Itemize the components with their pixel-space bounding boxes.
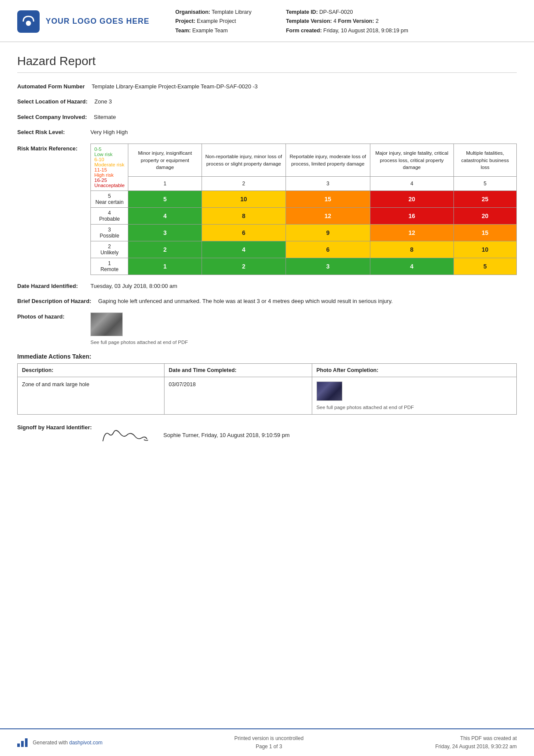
- cell-5-4: 20: [370, 191, 453, 207]
- risk-matrix-wrap: 0-5Low risk 6-10Moderate risk 11-15High …: [90, 144, 517, 275]
- legend-moderate: 6-10Moderate risk: [94, 157, 124, 167]
- bar1: [17, 744, 20, 747]
- date-hazard-label: Date Hazard Identified:: [17, 282, 90, 291]
- risk-matrix-label: Risk Matrix Reference:: [17, 144, 90, 275]
- hazard-photo-thumb: [90, 312, 123, 336]
- project-label: Project:: [175, 18, 196, 24]
- risk-matrix-row: Risk Matrix Reference: 0-5Low risk 6-10M…: [17, 144, 517, 275]
- cell-5-2: 10: [202, 191, 286, 207]
- col-header-4: Major injury, single fatality, critical …: [370, 144, 453, 177]
- template-id-value: DP-SAF-0020: [320, 9, 353, 15]
- logo-icon: [17, 10, 40, 33]
- footer-bar-icon: [17, 738, 29, 747]
- col-num-2: 2: [202, 177, 286, 191]
- actions-photo: See full page photos attached at end of …: [312, 377, 516, 415]
- action-photo-cell: See full page photos attached at end of …: [317, 381, 512, 410]
- template-version-value: 4: [333, 18, 336, 24]
- cell-3-1: 3: [128, 224, 202, 241]
- action-photo-note: See full page photos attached at end of …: [317, 405, 512, 410]
- legend-low: 0-5Low risk: [94, 147, 124, 157]
- cell-5-5: 25: [453, 191, 516, 207]
- cell-2-4: 8: [370, 241, 453, 258]
- cell-2-5: 10: [453, 241, 516, 258]
- cell-1-5: 5: [453, 258, 516, 275]
- cell-1-1: 1: [128, 258, 202, 275]
- col-header-1: Minor injury, insignificant property or …: [128, 144, 202, 177]
- report-title: Hazard Report: [17, 54, 517, 73]
- risk-level-row: Select Risk Level: Very High High: [17, 128, 517, 137]
- risk-level-value: Very High High: [90, 128, 517, 137]
- form-version-value: 2: [376, 18, 379, 24]
- signoff-label: Signoff by Hazard Identifier:: [17, 423, 99, 447]
- footer-right: This PDF was created at Friday, 24 Augus…: [435, 734, 517, 751]
- cell-1-3: 3: [286, 258, 370, 275]
- footer-center-line1: Printed version is uncontrolled: [128, 734, 410, 743]
- location-row: Select Location of Hazard: Zone 3: [17, 97, 517, 106]
- logo-area: YOUR LOGO GOES HERE: [17, 10, 149, 33]
- signoff-text: Sophie Turner, Friday, 10 August 2018, 9…: [163, 431, 289, 440]
- cell-3-3: 9: [286, 224, 370, 241]
- photos-value: See full page photos attached at end of …: [90, 312, 517, 346]
- cell-2-1: 2: [128, 241, 202, 258]
- location-label: Select Location of Hazard:: [17, 97, 94, 106]
- cell-2-3: 6: [286, 241, 370, 258]
- org-label: Organisation:: [175, 9, 210, 15]
- form-number-row: Automated Form Number Template Library-E…: [17, 82, 517, 91]
- legend-unacceptable: 16-25Unacceptable: [94, 178, 124, 188]
- header-meta-left: Organisation: Template Library Project: …: [175, 8, 251, 35]
- row-header-4: 4Probable: [91, 207, 128, 224]
- row-header-3: 3Possible: [91, 224, 128, 241]
- svg-point-0: [26, 21, 31, 26]
- bar3: [25, 738, 28, 747]
- footer: Generated with dashpivot.com Printed ver…: [0, 728, 534, 756]
- team-value: Example Team: [192, 28, 227, 34]
- actions-desc: Zone of and mark large hole: [18, 377, 165, 415]
- form-number-label: Automated Form Number: [17, 82, 92, 91]
- page: YOUR LOGO GOES HERE Organisation: Templa…: [0, 0, 534, 756]
- footer-right-line1: This PDF was created at: [435, 734, 517, 743]
- cell-1-4: 4: [370, 258, 453, 275]
- photos-row: Photos of hazard: See full page photos a…: [17, 312, 517, 346]
- company-row: Select Company Involved: Sitemate: [17, 113, 517, 122]
- col-header-5: Multiple fatalities, catastrophic busine…: [453, 144, 516, 177]
- col-num-4: 4: [370, 177, 453, 191]
- footer-generated: Generated with dashpivot.com: [33, 740, 102, 746]
- footer-center-line2: Page 1 of 3: [128, 743, 410, 751]
- action-photo-thumb: [317, 381, 342, 401]
- actions-data-row: Zone of and mark large hole 03/07/2018 S…: [18, 377, 517, 415]
- project-value: Example Project: [197, 18, 236, 24]
- template-id-label: Template ID:: [286, 9, 318, 15]
- row-header-2: 2Unlikely: [91, 241, 128, 258]
- matrix-row-2: 2Unlikely 2 4 6 8 10: [91, 241, 517, 258]
- matrix-row-1: 1Remote 1 2 3 4 5: [91, 258, 517, 275]
- org-value: Template Library: [212, 9, 251, 15]
- actions-date: 03/07/2018: [164, 377, 312, 415]
- row-header-5: 5Near certain: [91, 191, 128, 207]
- matrix-header-row: 0-5Low risk 6-10Moderate risk 11-15High …: [91, 144, 517, 177]
- footer-right-line2: Friday, 24 August 2018, 9:30:22 am: [435, 743, 517, 751]
- location-value: Zone 3: [94, 97, 517, 106]
- signoff-value: Sophie Turner, Friday, 10 August 2018, 9…: [99, 423, 517, 447]
- actions-col1-header: Description:: [18, 364, 165, 377]
- template-version-label: Template Version:: [286, 18, 332, 24]
- col-num-3: 3: [286, 177, 370, 191]
- matrix-col-numbers-row: 1 2 3 4 5: [91, 177, 517, 191]
- cell-2-2: 4: [202, 241, 286, 258]
- matrix-row-4: 4Probable 4 8 12 16 20: [91, 207, 517, 224]
- photos-note: See full page photos attached at end of …: [90, 339, 517, 346]
- header-meta-right: Template ID: DP-SAF-0020 Template Versio…: [286, 8, 408, 35]
- cell-3-2: 6: [202, 224, 286, 241]
- header-meta: Organisation: Template Library Project: …: [175, 8, 517, 35]
- col-header-3: Reportable injury, moderate loss of proc…: [286, 144, 370, 177]
- cell-5-3: 15: [286, 191, 370, 207]
- cell-3-5: 15: [453, 224, 516, 241]
- legend-high: 11-15High risk: [94, 167, 124, 178]
- signoff-row: Signoff by Hazard Identifier: Sophie Tur…: [17, 423, 517, 447]
- actions-header-row: Description: Date and Time Completed: Ph…: [18, 364, 517, 377]
- col-num-5: 5: [453, 177, 516, 191]
- actions-col3-header: Photo After Completion:: [312, 364, 516, 377]
- footer-dashpivot-link[interactable]: dashpivot.com: [69, 740, 102, 746]
- cell-5-1: 5: [128, 191, 202, 207]
- footer-logo: Generated with dashpivot.com: [17, 738, 102, 747]
- footer-generated-text: Generated with: [33, 740, 69, 746]
